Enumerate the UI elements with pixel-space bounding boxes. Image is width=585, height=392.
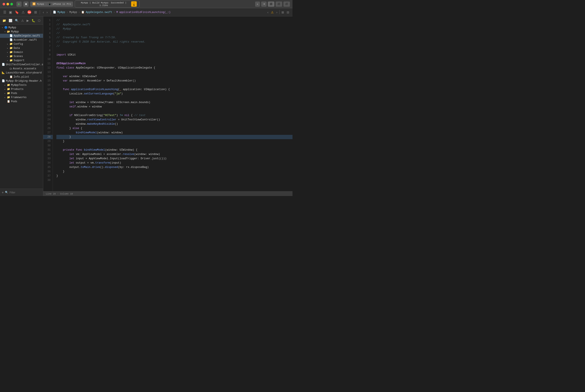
sidebar-item-myapptests[interactable]: ▸ 📁 MyAppTests: [0, 83, 43, 87]
code-editor[interactable]: 1234567891011121314151617181920212223242…: [43, 16, 292, 191]
sidebar-item-frameworks[interactable]: ▸ 📁 Frameworks: [0, 95, 43, 100]
editor-options-button[interactable]: ⊞: [281, 10, 285, 15]
swift-icon: 📄: [9, 38, 13, 42]
nav-back-button[interactable]: ‹: [42, 10, 44, 15]
sidebar-item-bridging[interactable]: 📄 MyApp-Bridging-Header.h: [0, 79, 43, 83]
code-line[interactable]: //: [56, 31, 292, 36]
code-line[interactable]: [56, 109, 292, 113]
code-line[interactable]: func applicationDidFinishLaunching(_ app…: [56, 87, 292, 92]
sidebar-test-icon[interactable]: ▶: [26, 18, 29, 23]
code-line[interactable]: }: [56, 170, 292, 174]
code-line[interactable]: let input = AppViewModel.Input(loadTrigg…: [56, 156, 292, 161]
code-line[interactable]: [56, 48, 292, 53]
sidebar-item-products[interactable]: ▸ 📁 Products: [0, 87, 43, 91]
sidebar-item-myapp-root[interactable]: ▾ 🔵 MyApp: [0, 26, 43, 30]
bookmark-button[interactable]: 🔖: [14, 10, 20, 15]
sidebar-item-support[interactable]: ▸ 📁 Support: [0, 58, 43, 62]
code-line[interactable]: [56, 83, 292, 87]
code-content[interactable]: //// AppDelegate.swift// MyApp//// Creat…: [53, 16, 292, 191]
code-line[interactable]: import UIKit: [56, 53, 292, 57]
sidebar-item-scenes[interactable]: ▸ 📁 Scenes: [0, 54, 43, 58]
sidebar-item-config[interactable]: ▸ 📁 Config: [0, 42, 43, 46]
code-line[interactable]: // AppDelegate.swift: [56, 22, 292, 27]
code-line[interactable]: //: [56, 18, 292, 22]
code-line[interactable]: }: [56, 174, 292, 178]
sidebar-item-assets[interactable]: 🗂 Assets.xcassets: [0, 66, 43, 71]
code-line[interactable]: final class AppDelegate: UIResponder, UI…: [56, 66, 292, 70]
layout-button-3[interactable]: ⬛: [283, 2, 290, 7]
code-line[interactable]: //: [56, 44, 292, 48]
sidebar-warning-icon[interactable]: ⚠: [20, 18, 25, 23]
code-line[interactable]: window.makeKeyAndVisible(): [56, 122, 292, 126]
sidebar-item-info[interactable]: 📋 Info.plist: [0, 75, 43, 79]
layout-button-1[interactable]: ⬛: [268, 2, 274, 7]
filter-input[interactable]: [9, 191, 42, 194]
warning-badge[interactable]: ⚠ 5: [131, 1, 137, 7]
sidebar-item-domain[interactable]: ▸ 📁 Domain: [0, 50, 43, 54]
code-line[interactable]: var window: UIWindow?: [56, 74, 292, 79]
fullscreen-button[interactable]: [10, 3, 13, 6]
grid-button[interactable]: ⊞: [33, 10, 37, 15]
sidebar-item-assembler[interactable]: 📄 Assembler.swift: [0, 38, 43, 42]
sidebar-item-appdelegate[interactable]: 📄 AppDelegate.swift: [0, 34, 43, 38]
breadcrumb-filename[interactable]: AppDelegate.swift: [86, 11, 112, 14]
code-line[interactable]: Localize.setCurrentLanguage("ja"): [56, 92, 292, 96]
close-button[interactable]: [2, 3, 5, 6]
code-line[interactable]: [56, 70, 292, 74]
sidebar-item-myapp-group[interactable]: ▾ 📂 MyApp: [0, 30, 43, 34]
sidebar-item-pods[interactable]: ▸ 📁 Pods: [0, 91, 43, 95]
code-line[interactable]: [56, 57, 292, 61]
sidebar-breakpoint-icon[interactable]: ⬡: [37, 18, 41, 23]
transfer-button[interactable]: ⇥: [261, 2, 267, 7]
code-line[interactable]: }: [56, 135, 292, 139]
code-line[interactable]: bindViewModel(window: window): [56, 130, 292, 135]
code-line[interactable]: if NSClassFromString("XCTest") != nil { …: [56, 113, 292, 118]
code-line[interactable]: [56, 96, 292, 100]
stop-button[interactable]: ◼: [23, 2, 28, 7]
minimize-button[interactable]: [6, 3, 9, 6]
sidebar-debug-icon[interactable]: 🐛: [31, 18, 36, 23]
prev-issue-button[interactable]: ‹: [267, 10, 269, 15]
scheme-selector[interactable]: 🔀 MyApp › 📱 iPhone 11 Pro: [30, 2, 73, 7]
code-line[interactable]: var assembler: Assembler = DefaultAssemb…: [56, 79, 292, 83]
breadcrumb-myapp2[interactable]: MyApp: [69, 11, 77, 14]
inspector-toggle-button[interactable]: ⊟: [286, 10, 290, 15]
layout-button-2[interactable]: ⬛: [276, 2, 282, 7]
sidebar-source-icon[interactable]: ⬜: [8, 18, 13, 23]
add-button[interactable]: +: [255, 2, 260, 7]
toggle-sidebar-button[interactable]: ☰: [2, 10, 7, 15]
code-line[interactable]: // Copyright © 2020 Sun Asterisk. All ri…: [56, 40, 292, 44]
hide-panel-button[interactable]: ▣: [8, 10, 13, 15]
warning-button[interactable]: ⚠: [21, 10, 25, 15]
sidebar-item-pods2[interactable]: 📋 Pods: [0, 100, 43, 104]
add-file-button[interactable]: +: [2, 190, 4, 194]
code-line[interactable]: window.rootViewController = UnitTestView…: [56, 118, 292, 122]
run-button[interactable]: ▶: [16, 2, 21, 7]
code-line[interactable]: let output = vm.transform(input): [56, 161, 292, 165]
code-line[interactable]: }: [56, 139, 292, 144]
next-issue-button[interactable]: ›: [276, 10, 278, 15]
code-line[interactable]: // Created by Tuan Truong on 7/7/20.: [56, 36, 292, 40]
code-line[interactable]: @UIApplicationMain: [56, 61, 292, 66]
code-line[interactable]: [56, 178, 292, 182]
sidebar-symbol-icon[interactable]: 🔍: [14, 18, 19, 23]
code-line[interactable]: let window = UIWindow(frame: UIScreen.ma…: [56, 100, 292, 104]
breadcrumb-myapp1[interactable]: MyApp: [57, 11, 65, 14]
code-line[interactable]: [56, 144, 292, 148]
breadcrumb-function[interactable]: applicationDidFinishLaunching(_:): [119, 11, 171, 14]
stop-sign-button[interactable]: ⛔: [26, 10, 32, 15]
code-line[interactable]: // MyApp: [56, 27, 292, 31]
folder-icon: 📁: [7, 84, 10, 87]
sidebar-item-unittest[interactable]: 📄 UnitTestViewController.swift: [0, 62, 43, 66]
code-line[interactable]: private func bindViewModel(window: UIWin…: [56, 148, 292, 152]
code-line[interactable]: } else {: [56, 126, 292, 130]
code-line[interactable]: let vm: AppViewModel = assembler.resolve…: [56, 152, 292, 156]
code-line[interactable]: self.window = window: [56, 104, 292, 109]
warning-nav-icon[interactable]: ⚠: [270, 10, 274, 15]
code-line[interactable]: output.toMain.drive().disposed(by: rx.di…: [56, 165, 292, 170]
plist-icon: 📋: [9, 75, 13, 78]
sidebar-item-data[interactable]: ▸ 📁 Data: [0, 46, 43, 50]
sidebar-folder-icon[interactable]: 📁: [2, 18, 7, 23]
sidebar-item-launchscreen[interactable]: 📐 LaunchScreen.storyboard: [0, 71, 43, 75]
nav-forward-button[interactable]: ›: [46, 10, 48, 15]
